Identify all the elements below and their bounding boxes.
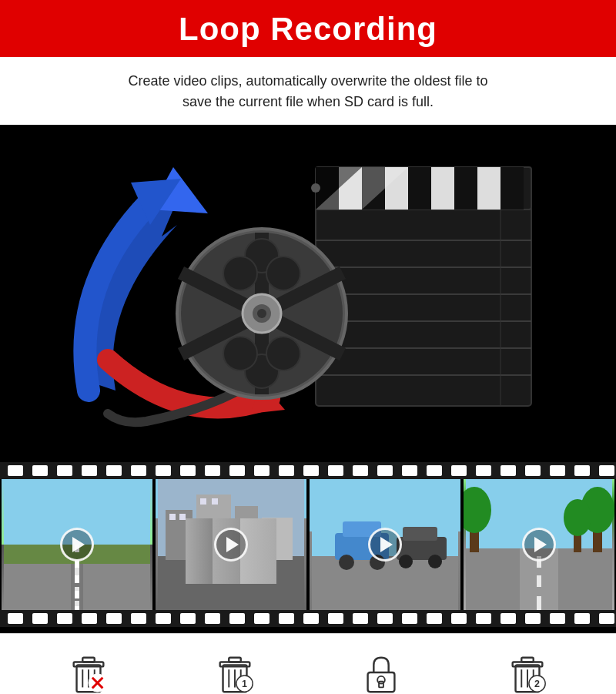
svg-text:2: 2 (534, 679, 540, 689)
film-hole (377, 465, 393, 476)
film-hole (476, 465, 491, 476)
film-hole (279, 465, 294, 476)
film-hole (279, 613, 294, 624)
svg-rect-42 (71, 564, 83, 610)
trash-pending2-icon: 2 (505, 652, 550, 694)
film-hole (32, 465, 48, 476)
svg-rect-52 (169, 514, 176, 520)
lock-protected-icon (359, 652, 403, 694)
film-hole (205, 613, 220, 624)
play-button-1[interactable] (60, 528, 94, 562)
film-hole (57, 613, 72, 624)
subtitle: Create video clips, automatically overwr… (0, 57, 616, 125)
film-hole (106, 613, 122, 624)
svg-rect-20 (477, 167, 500, 210)
icon-item-1: Auto overwritethe oldest files (19, 649, 158, 694)
svg-point-38 (257, 309, 266, 318)
svg-rect-76 (537, 575, 541, 587)
scene-svg (31, 136, 585, 444)
play-button-2[interactable] (214, 528, 248, 562)
play-button-3[interactable] (368, 528, 402, 562)
film-hole (574, 613, 590, 624)
film-hole (353, 465, 368, 476)
film-clip-2 (156, 479, 306, 610)
film-hole (229, 613, 245, 624)
svg-point-34 (223, 337, 257, 370)
svg-point-35 (266, 337, 300, 370)
svg-point-32 (223, 256, 257, 290)
film-hole (328, 613, 343, 624)
film-holes-bottom (0, 610, 616, 627)
svg-point-65 (428, 555, 442, 568)
film-hole (328, 465, 343, 476)
svg-rect-45 (75, 601, 79, 610)
film-hole (180, 613, 196, 624)
file1-icon-container: 1 (210, 649, 259, 694)
film-hole (205, 465, 220, 476)
play-triangle (534, 537, 547, 552)
svg-text:1: 1 (242, 679, 247, 689)
film-hole (525, 613, 541, 624)
svg-rect-18 (431, 167, 454, 210)
svg-point-24 (311, 183, 320, 193)
svg-rect-63 (403, 527, 437, 541)
svg-rect-54 (200, 498, 206, 505)
filmstrip-content (0, 479, 616, 610)
auto-overwrite-icon-container (64, 649, 113, 694)
film-hole (131, 465, 146, 476)
film-hole (82, 613, 97, 624)
film-hole (599, 613, 614, 624)
film-hole (106, 465, 122, 476)
film-hole (500, 465, 516, 476)
file2-icon-container: 2 (503, 649, 552, 694)
film-hole (550, 613, 565, 624)
page-title: Loop Recording (0, 11, 616, 48)
svg-rect-47 (158, 556, 304, 610)
film-clip-4 (464, 479, 614, 610)
film-hole (476, 613, 491, 624)
film-hole (599, 465, 614, 476)
film-hole (451, 465, 467, 476)
play-button-4[interactable] (522, 528, 556, 562)
film-hole (229, 465, 245, 476)
play-triangle (380, 537, 393, 552)
play-triangle (226, 537, 239, 552)
film-hole (8, 613, 23, 624)
film-hole (353, 613, 368, 624)
film-hole (156, 465, 171, 476)
film-hole (377, 613, 393, 624)
film-hole (427, 465, 442, 476)
film-hole (8, 465, 23, 476)
film-clip-3 (310, 479, 460, 610)
film-hole (427, 613, 442, 624)
film-hole (82, 465, 97, 476)
svg-rect-80 (82, 658, 94, 662)
svg-rect-44 (75, 587, 79, 598)
icon-item-4: 2 File 2overwrite pending (458, 649, 597, 694)
film-hole (402, 465, 417, 476)
film-clip-1 (2, 479, 152, 610)
trash-overwrite-icon (66, 652, 111, 694)
subtitle-text: Create video clips, automatically overwr… (128, 73, 487, 109)
lock-icon-container (357, 649, 406, 694)
svg-rect-53 (179, 514, 186, 520)
svg-point-73 (564, 499, 591, 536)
play-triangle (72, 537, 85, 552)
bottom-section: Auto overwritethe oldest files 1 File 1o… (0, 633, 616, 694)
svg-rect-41 (4, 564, 150, 610)
clip1-bg (2, 479, 152, 610)
filmstrip (0, 456, 616, 633)
svg-point-64 (399, 555, 413, 568)
svg-rect-77 (537, 596, 541, 610)
film-hole (550, 465, 565, 476)
clip4-bg (464, 479, 614, 610)
svg-rect-19 (454, 167, 477, 210)
main-image (0, 125, 616, 456)
film-hole (254, 613, 270, 624)
film-hole (131, 613, 146, 624)
clip3-bg (310, 479, 460, 610)
film-hole (402, 613, 417, 624)
film-hole (180, 465, 196, 476)
film-hole (254, 465, 270, 476)
svg-rect-100 (521, 658, 533, 662)
